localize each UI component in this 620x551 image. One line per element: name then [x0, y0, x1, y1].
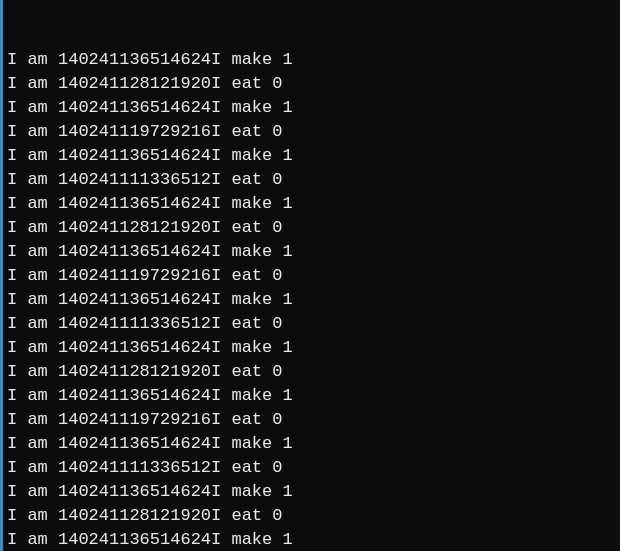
terminal-line: I am 140241111336512I eat 0: [7, 312, 616, 336]
terminal-line: I am 140241111336512I eat 0: [7, 456, 616, 480]
terminal-line: I am 140241111336512I eat 0: [7, 168, 616, 192]
terminal-window[interactable]: I am 140241136514624I make 1I am 1402411…: [0, 0, 620, 551]
terminal-line: I am 140241128121920I eat 0: [7, 360, 616, 384]
terminal-line: I am 140241136514624I make 1: [7, 144, 616, 168]
terminal-output: I am 140241136514624I make 1I am 1402411…: [7, 48, 616, 551]
terminal-line: I am 140241136514624I make 1: [7, 480, 616, 504]
terminal-line: I am 140241119729216I eat 0: [7, 264, 616, 288]
terminal-line: I am 140241136514624I make 1: [7, 336, 616, 360]
terminal-line: I am 140241128121920I eat 0: [7, 72, 616, 96]
terminal-line: I am 140241136514624I make 1: [7, 48, 616, 72]
terminal-line: I am 140241119729216I eat 0: [7, 120, 616, 144]
terminal-line: I am 140241136514624I make 1: [7, 192, 616, 216]
terminal-line: I am 140241128121920I eat 0: [7, 504, 616, 528]
terminal-line: I am 140241136514624I make 1: [7, 384, 616, 408]
terminal-line: I am 140241136514624I make 1: [7, 240, 616, 264]
terminal-line: I am 140241119729216I eat 0: [7, 408, 616, 432]
terminal-line: I am 140241136514624I make 1: [7, 432, 616, 456]
terminal-line: I am 140241136514624I make 1: [7, 288, 616, 312]
terminal-line: I am 140241136514624I make 1: [7, 96, 616, 120]
terminal-line: I am 140241136514624I make 1: [7, 528, 616, 551]
terminal-line: I am 140241128121920I eat 0: [7, 216, 616, 240]
